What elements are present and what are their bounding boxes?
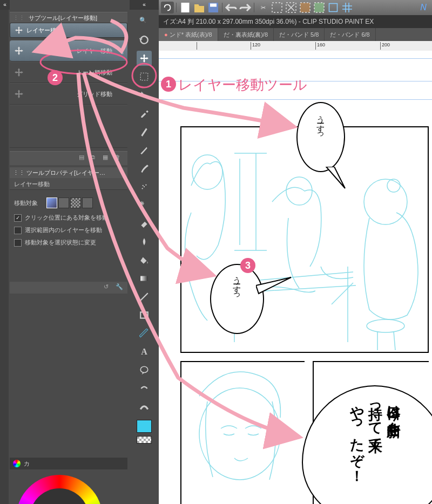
tool-balloon[interactable]	[137, 363, 152, 378]
redo-icon[interactable]	[239, 2, 252, 13]
tool-pen[interactable]	[137, 124, 152, 139]
check-select-state[interactable]: 移動対象を選択状態に変更	[14, 239, 123, 247]
tool-eraser[interactable]	[137, 216, 152, 231]
target-option-4[interactable]	[82, 197, 93, 208]
checkbox-icon: ✓	[14, 214, 22, 222]
svg-rect-6	[140, 312, 148, 318]
doc-tab[interactable]: ● ンド* 表紙(表)/8	[159, 28, 218, 41]
target-option-3[interactable]	[70, 197, 81, 208]
target-option-1[interactable]	[46, 197, 57, 208]
target-option-group[interactable]	[46, 197, 93, 208]
tool-gradient[interactable]	[137, 271, 152, 286]
balloon-text: うーすっ	[315, 110, 326, 138]
tool-correct[interactable]	[137, 381, 152, 396]
color-wheel[interactable]	[16, 475, 103, 504]
svg-rect-13	[300, 3, 310, 12]
tool-hand[interactable]	[137, 32, 152, 47]
svg-rect-14	[314, 3, 324, 12]
doc-tab[interactable]: だ・裏表紙(裏)/8	[218, 28, 274, 41]
select-all-icon[interactable]	[271, 2, 284, 13]
subtool-panel-header[interactable]: ⋮⋮ サブツール[レイヤー移動]	[10, 12, 127, 23]
balloon-text: 今日は新曲を持って来てやったぞ！	[348, 396, 402, 475]
reset-icon[interactable]: ↺	[104, 283, 112, 292]
svg-point-1	[142, 188, 143, 189]
tool-shape[interactable]	[137, 289, 152, 304]
drag-handle-icon: ⋮⋮	[13, 169, 25, 176]
doc-tab[interactable]: だ・バンド 5/8	[274, 28, 325, 41]
tool-text[interactable]: A	[137, 344, 152, 359]
wrench-icon[interactable]: 🔧	[116, 283, 124, 292]
subtool-empty-area	[10, 105, 127, 148]
snap-icon[interactable]	[327, 2, 340, 13]
tool-line-width[interactable]	[137, 399, 152, 414]
trash-icon[interactable]: 🗑	[114, 154, 124, 164]
undo-icon[interactable]	[225, 2, 238, 13]
copy-icon[interactable]: ⧉	[91, 154, 100, 164]
cut-icon[interactable]: ✂	[256, 2, 269, 13]
ruler-tick: 120	[251, 42, 260, 50]
collapse-left-icon[interactable]: «	[0, 0, 10, 10]
subtool-tab-layer-move[interactable]: レイヤー移動	[10, 23, 127, 38]
subtool-item-grid-move[interactable]: グリッド移動	[10, 83, 127, 105]
new-file-icon[interactable]	[179, 2, 192, 13]
subtool-item-layer-move[interactable]: レイヤー移動 🔧	[10, 40, 127, 62]
color-panel-header[interactable]: カ	[10, 458, 127, 469]
subtool-header-label: サブツール[レイヤー移動]	[29, 15, 97, 21]
move-icon	[14, 46, 24, 56]
doc-tab[interactable]: だ・バンド 6/8	[325, 28, 375, 41]
target-option-2[interactable]	[58, 197, 69, 208]
checkbox-icon	[14, 227, 22, 234]
invert-sel-icon[interactable]	[299, 2, 312, 13]
left-dock-strip	[0, 10, 9, 504]
collapse-toolstrip-icon[interactable]: «	[130, 0, 159, 10]
add-icon[interactable]: ▦	[103, 154, 112, 164]
svg-rect-10	[210, 4, 217, 7]
color-wheel-inner[interactable]	[30, 488, 89, 504]
color-wheel-icon	[13, 460, 21, 467]
left-panel-area: « ⋮⋮ サブツール[レイヤー移動] レイヤー移動 レイヤー移動 🔧 トーン柄移…	[0, 0, 130, 504]
svg-point-7	[140, 366, 148, 372]
drag-handle-icon: ⋮⋮	[13, 15, 25, 21]
grid-icon[interactable]	[341, 2, 354, 13]
deselect-icon[interactable]	[285, 2, 298, 13]
save-icon[interactable]	[207, 2, 220, 13]
tool-ruler[interactable]	[137, 326, 152, 341]
tool-airbrush[interactable]	[137, 179, 152, 194]
tool-eyedropper[interactable]	[137, 106, 152, 121]
wrench-icon[interactable]: 🔧	[117, 47, 124, 55]
tool-deco[interactable]: ❋	[137, 197, 152, 213]
svg-point-4	[143, 185, 144, 186]
tool-blend[interactable]	[137, 234, 152, 249]
show-sel-icon[interactable]	[313, 2, 326, 13]
svg-rect-11	[272, 3, 282, 12]
check-selection-layers[interactable]: 選択範囲内のレイヤーを移動	[14, 226, 123, 234]
tool-move-layer[interactable]	[137, 51, 152, 66]
transparent-color-chip[interactable]	[137, 436, 152, 444]
tool-wand[interactable]: ✦	[137, 87, 152, 103]
main-toolbar: ✂ N	[159, 0, 432, 15]
svg-point-3	[145, 185, 146, 186]
foreground-color-chip[interactable]	[137, 420, 152, 433]
move-icon	[14, 89, 24, 99]
tool-brush[interactable]	[137, 161, 152, 176]
check-click-target[interactable]: ✓ クリック位置にある対象を移動	[14, 214, 123, 222]
tool-lasso[interactable]	[137, 69, 152, 84]
clip-studio-icon[interactable]	[161, 2, 174, 13]
tool-magnifier[interactable]: 🔍	[137, 14, 152, 29]
open-icon[interactable]	[193, 2, 206, 13]
canvas[interactable]: うーすっ うーすっ 今日は新曲を持って来てやったぞ！	[159, 51, 432, 504]
tool-pencil[interactable]	[137, 142, 152, 158]
subtool-item-tone-move[interactable]: トーン柄移動	[10, 62, 127, 83]
tool-property-header[interactable]: ⋮⋮ ツールプロパティ[レイヤー…	[10, 167, 127, 178]
svg-point-16	[192, 155, 222, 189]
ruler-tick: 160	[315, 42, 325, 50]
navigator-icon[interactable]: N	[417, 2, 430, 13]
svg-point-21	[199, 388, 280, 480]
tool-frame[interactable]	[137, 308, 152, 323]
svg-point-18	[364, 179, 407, 224]
property-body: 移動対象 ✓ クリック位置にある対象を移動 選択範囲内のレイヤーを移動 移動対象…	[10, 190, 127, 282]
menu-icon[interactable]: ▤	[79, 154, 89, 164]
tool-fill[interactable]	[137, 253, 152, 268]
ruler-horizontal: 120 160 200	[159, 41, 432, 51]
subtool-list: レイヤー移動 🔧 トーン柄移動 グリッド移動	[10, 40, 127, 148]
